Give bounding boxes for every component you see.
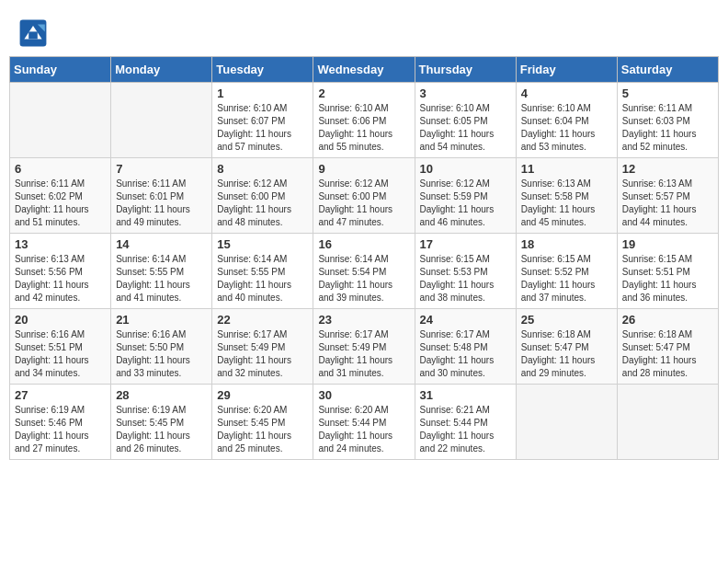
calendar-day-cell: 1Sunrise: 6:10 AM Sunset: 6:07 PM Daylig… <box>212 83 313 158</box>
day-info: Sunrise: 6:12 AM Sunset: 5:59 PM Dayligh… <box>420 178 511 229</box>
day-info: Sunrise: 6:15 AM Sunset: 5:52 PM Dayligh… <box>521 253 612 304</box>
day-number: 31 <box>420 388 511 402</box>
day-info: Sunrise: 6:11 AM Sunset: 6:03 PM Dayligh… <box>622 102 713 154</box>
calendar-day-cell: 19Sunrise: 6:15 AM Sunset: 5:51 PM Dayli… <box>617 234 718 309</box>
calendar-week-row: 20Sunrise: 6:16 AM Sunset: 5:51 PM Dayli… <box>10 309 719 385</box>
day-info: Sunrise: 6:12 AM Sunset: 6:00 PM Dayligh… <box>318 178 409 229</box>
calendar-day-cell: 17Sunrise: 6:15 AM Sunset: 5:53 PM Dayli… <box>415 234 516 309</box>
day-info: Sunrise: 6:11 AM Sunset: 6:02 PM Dayligh… <box>15 178 106 229</box>
day-number: 29 <box>217 388 308 402</box>
day-number: 10 <box>420 162 511 176</box>
day-number: 24 <box>420 313 511 327</box>
day-info: Sunrise: 6:19 AM Sunset: 5:45 PM Dayligh… <box>116 404 207 455</box>
calendar: SundayMondayTuesdayWednesdayThursdayFrid… <box>9 56 719 460</box>
calendar-day-cell: 12Sunrise: 6:13 AM Sunset: 5:57 PM Dayli… <box>617 158 718 234</box>
calendar-week-row: 1Sunrise: 6:10 AM Sunset: 6:07 PM Daylig… <box>10 83 719 158</box>
day-number: 19 <box>622 237 713 251</box>
day-info: Sunrise: 6:20 AM Sunset: 5:45 PM Dayligh… <box>217 404 308 455</box>
day-info: Sunrise: 6:10 AM Sunset: 6:04 PM Dayligh… <box>521 102 612 154</box>
calendar-day-cell: 27Sunrise: 6:19 AM Sunset: 5:46 PM Dayli… <box>10 385 111 460</box>
calendar-day-cell: 3Sunrise: 6:10 AM Sunset: 6:05 PM Daylig… <box>415 83 516 158</box>
calendar-day-cell: 20Sunrise: 6:16 AM Sunset: 5:51 PM Dayli… <box>10 309 111 385</box>
svg-rect-2 <box>28 31 38 39</box>
logo <box>18 18 50 48</box>
calendar-day-cell: 29Sunrise: 6:20 AM Sunset: 5:45 PM Dayli… <box>212 385 313 460</box>
calendar-day-cell <box>516 385 617 460</box>
day-info: Sunrise: 6:18 AM Sunset: 5:47 PM Dayligh… <box>521 328 612 380</box>
calendar-day-cell: 2Sunrise: 6:10 AM Sunset: 6:06 PM Daylig… <box>313 83 415 158</box>
calendar-day-cell: 18Sunrise: 6:15 AM Sunset: 5:52 PM Dayli… <box>516 234 617 309</box>
day-of-week-header: Friday <box>516 57 617 83</box>
day-info: Sunrise: 6:10 AM Sunset: 6:06 PM Dayligh… <box>318 102 409 154</box>
day-of-week-header: Thursday <box>415 57 516 83</box>
day-info: Sunrise: 6:18 AM Sunset: 5:47 PM Dayligh… <box>622 328 713 380</box>
calendar-day-cell: 15Sunrise: 6:14 AM Sunset: 5:55 PM Dayli… <box>212 234 313 309</box>
day-number: 1 <box>217 86 308 100</box>
day-info: Sunrise: 6:13 AM Sunset: 5:56 PM Dayligh… <box>15 253 106 304</box>
day-number: 18 <box>521 237 612 251</box>
calendar-day-cell: 9Sunrise: 6:12 AM Sunset: 6:00 PM Daylig… <box>313 158 415 234</box>
calendar-week-row: 27Sunrise: 6:19 AM Sunset: 5:46 PM Dayli… <box>10 385 719 460</box>
day-info: Sunrise: 6:16 AM Sunset: 5:51 PM Dayligh… <box>15 328 106 380</box>
day-number: 23 <box>318 313 409 327</box>
calendar-day-cell: 26Sunrise: 6:18 AM Sunset: 5:47 PM Dayli… <box>617 309 718 385</box>
day-of-week-header: Saturday <box>617 57 718 83</box>
day-number: 8 <box>217 162 308 176</box>
day-info: Sunrise: 6:13 AM Sunset: 5:58 PM Dayligh… <box>521 178 612 229</box>
calendar-day-cell: 13Sunrise: 6:13 AM Sunset: 5:56 PM Dayli… <box>10 234 111 309</box>
day-of-week-header: Monday <box>111 57 212 83</box>
day-number: 7 <box>116 162 207 176</box>
day-info: Sunrise: 6:16 AM Sunset: 5:50 PM Dayligh… <box>116 328 207 380</box>
calendar-day-cell: 14Sunrise: 6:14 AM Sunset: 5:55 PM Dayli… <box>111 234 212 309</box>
day-info: Sunrise: 6:19 AM Sunset: 5:46 PM Dayligh… <box>15 404 106 455</box>
calendar-day-cell: 6Sunrise: 6:11 AM Sunset: 6:02 PM Daylig… <box>10 158 111 234</box>
day-number: 9 <box>318 162 409 176</box>
day-number: 28 <box>116 388 207 402</box>
day-number: 6 <box>15 162 106 176</box>
day-info: Sunrise: 6:17 AM Sunset: 5:49 PM Dayligh… <box>318 328 409 380</box>
calendar-day-cell: 10Sunrise: 6:12 AM Sunset: 5:59 PM Dayli… <box>415 158 516 234</box>
day-number: 21 <box>116 313 207 327</box>
page-header <box>9 9 719 52</box>
calendar-day-cell: 21Sunrise: 6:16 AM Sunset: 5:50 PM Dayli… <box>111 309 212 385</box>
day-number: 22 <box>217 313 308 327</box>
day-number: 5 <box>622 86 713 100</box>
day-info: Sunrise: 6:14 AM Sunset: 5:54 PM Dayligh… <box>318 253 409 304</box>
calendar-day-cell: 28Sunrise: 6:19 AM Sunset: 5:45 PM Dayli… <box>111 385 212 460</box>
day-number: 16 <box>318 237 409 251</box>
day-number: 4 <box>521 86 612 100</box>
day-of-week-header: Sunday <box>10 57 111 83</box>
calendar-day-cell <box>111 83 212 158</box>
day-number: 20 <box>15 313 106 327</box>
day-info: Sunrise: 6:14 AM Sunset: 5:55 PM Dayligh… <box>217 253 308 304</box>
day-info: Sunrise: 6:10 AM Sunset: 6:05 PM Dayligh… <box>420 102 511 154</box>
calendar-day-cell <box>10 83 111 158</box>
calendar-day-cell: 23Sunrise: 6:17 AM Sunset: 5:49 PM Dayli… <box>313 309 415 385</box>
day-number: 11 <box>521 162 612 176</box>
day-info: Sunrise: 6:12 AM Sunset: 6:00 PM Dayligh… <box>217 178 308 229</box>
calendar-week-row: 13Sunrise: 6:13 AM Sunset: 5:56 PM Dayli… <box>10 234 719 309</box>
day-number: 2 <box>318 86 409 100</box>
calendar-day-cell: 30Sunrise: 6:20 AM Sunset: 5:44 PM Dayli… <box>313 385 415 460</box>
day-info: Sunrise: 6:10 AM Sunset: 6:07 PM Dayligh… <box>217 102 308 154</box>
day-number: 30 <box>318 388 409 402</box>
day-info: Sunrise: 6:17 AM Sunset: 5:48 PM Dayligh… <box>420 328 511 380</box>
day-info: Sunrise: 6:15 AM Sunset: 5:53 PM Dayligh… <box>420 253 511 304</box>
day-number: 17 <box>420 237 511 251</box>
day-of-week-header: Wednesday <box>313 57 415 83</box>
day-info: Sunrise: 6:17 AM Sunset: 5:49 PM Dayligh… <box>217 328 308 380</box>
day-info: Sunrise: 6:11 AM Sunset: 6:01 PM Dayligh… <box>116 178 207 229</box>
day-number: 25 <box>521 313 612 327</box>
day-number: 15 <box>217 237 308 251</box>
day-info: Sunrise: 6:15 AM Sunset: 5:51 PM Dayligh… <box>622 253 713 304</box>
calendar-day-cell: 7Sunrise: 6:11 AM Sunset: 6:01 PM Daylig… <box>111 158 212 234</box>
calendar-day-cell: 22Sunrise: 6:17 AM Sunset: 5:49 PM Dayli… <box>212 309 313 385</box>
calendar-day-cell <box>617 385 718 460</box>
calendar-day-cell: 24Sunrise: 6:17 AM Sunset: 5:48 PM Dayli… <box>415 309 516 385</box>
calendar-day-cell: 4Sunrise: 6:10 AM Sunset: 6:04 PM Daylig… <box>516 83 617 158</box>
logo-icon <box>18 18 48 48</box>
calendar-day-cell: 16Sunrise: 6:14 AM Sunset: 5:54 PM Dayli… <box>313 234 415 309</box>
calendar-day-cell: 5Sunrise: 6:11 AM Sunset: 6:03 PM Daylig… <box>617 83 718 158</box>
calendar-day-cell: 11Sunrise: 6:13 AM Sunset: 5:58 PM Dayli… <box>516 158 617 234</box>
day-info: Sunrise: 6:13 AM Sunset: 5:57 PM Dayligh… <box>622 178 713 229</box>
